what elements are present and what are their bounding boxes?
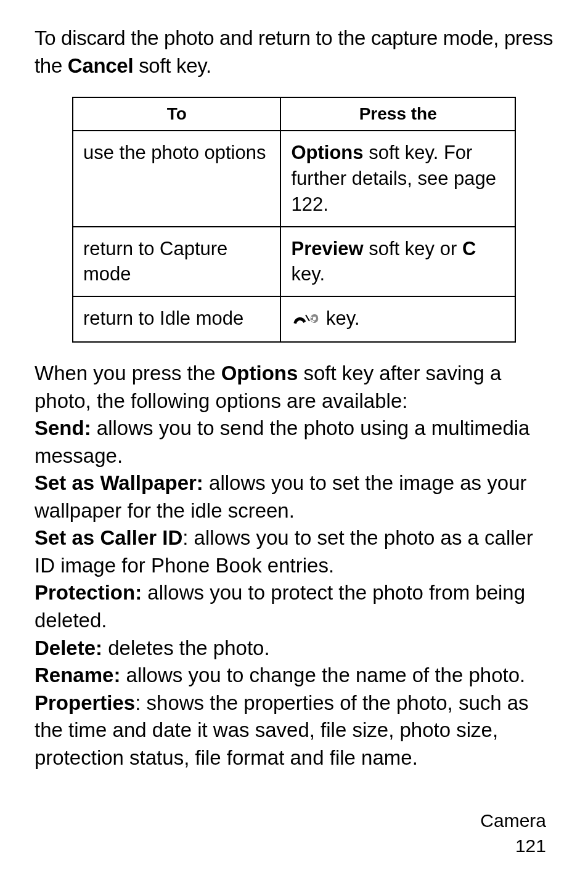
cell-to: return to Idle mode: [73, 296, 280, 342]
page-footer: Camera 121: [480, 808, 546, 858]
footer-page: 121: [480, 834, 546, 859]
callerid-item: Set as Caller ID: allows you to set the …: [35, 524, 553, 579]
properties-item: Properties: shows the properties of the …: [35, 690, 553, 772]
header-press: Press the: [280, 97, 515, 131]
body-content: When you press the Options soft key afte…: [35, 360, 553, 771]
table-row: use the photo options Options soft key. …: [73, 131, 515, 227]
footer-section: Camera: [480, 808, 546, 834]
wallpaper-item: Set as Wallpaper: allows you to set the …: [35, 470, 553, 524]
preview-bold: Preview: [291, 238, 363, 259]
protection-item: Protection: allows you to protect the ph…: [35, 579, 553, 634]
rename-item: Rename: allows you to change the name of…: [35, 662, 553, 690]
intro-post: soft key.: [133, 54, 211, 77]
c-bold: C: [462, 238, 476, 259]
delete-item: Delete: deletes the photo.: [35, 635, 553, 662]
preview-end: key.: [291, 263, 325, 285]
cell-to: use the photo options: [73, 131, 280, 227]
table-row: return to Idle mode © key.: [73, 296, 515, 342]
send-item: Send: allows you to send the photo using…: [35, 415, 553, 470]
actions-table: To Press the use the photo options Optio…: [72, 97, 516, 343]
intro-cancel: Cancel: [68, 54, 133, 77]
options-intro: When you press the Options soft key afte…: [35, 360, 553, 415]
header-to: To: [73, 97, 280, 131]
preview-mid: soft key or: [364, 238, 462, 259]
table-row: return to Capture mode Preview soft key …: [73, 227, 515, 297]
cell-to: return to Capture mode: [73, 227, 280, 297]
intro-text: To discard the photo and return to the c…: [35, 25, 553, 79]
options-bold: Options: [291, 142, 363, 163]
table-header-row: To Press the: [73, 97, 515, 131]
idle-end: key.: [321, 307, 359, 329]
cell-press: Preview soft key or C key.: [280, 227, 515, 297]
cell-press: Options soft key. For further details, s…: [280, 131, 515, 227]
cell-press: © key.: [280, 296, 515, 342]
svg-text:©: ©: [311, 313, 319, 325]
end-call-icon: ©: [291, 307, 321, 333]
